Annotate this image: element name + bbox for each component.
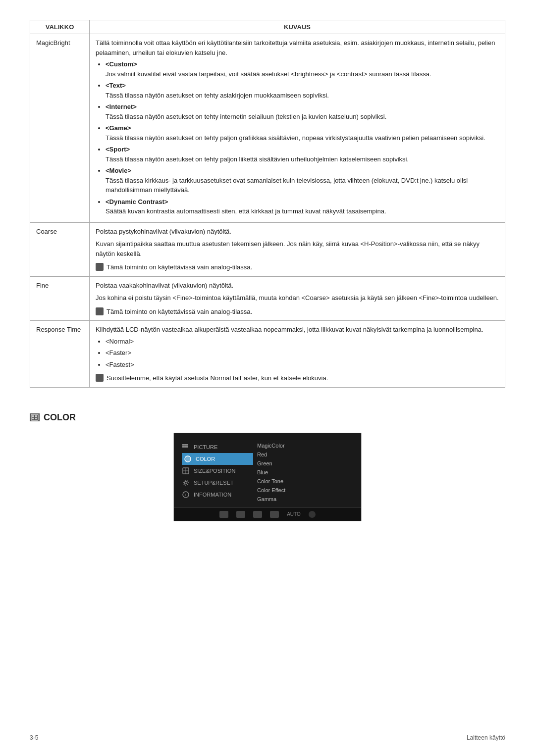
menu-right-item: Green — [257, 459, 353, 468]
menu-right-item: MagicColor — [257, 441, 353, 450]
list-item: <Faster> — [106, 348, 499, 358]
bottom-auto-text: AUTO — [287, 511, 301, 517]
menu-left-panel: PICTURE COLOR — [174, 441, 253, 504]
menu-sizepos-label: SIZE&POSITION — [194, 468, 235, 474]
svg-rect-10 — [186, 446, 188, 448]
color-menu-icon — [184, 455, 192, 463]
bottom-btn-2 — [236, 511, 245, 518]
list-item: <Fastest> — [106, 360, 499, 370]
svg-rect-3 — [32, 418, 34, 419]
menu-right-panel: MagicColorRedGreenBlueColor ToneColor Ef… — [253, 441, 361, 504]
menu-right-item: Color Tone — [257, 477, 353, 486]
menu-bottom-bar: AUTO — [174, 507, 361, 521]
table-row-fine: FinePoistaa vaakakohinaviivat (viivakuvi… — [30, 276, 505, 321]
list-item: <Normal> — [106, 337, 499, 347]
menu-right-item: Gamma — [257, 495, 353, 504]
list-item: <Internet>Tässä tilassa näytön asetukset… — [106, 102, 499, 121]
bottom-btn-4 — [270, 511, 279, 518]
cell-desc-magicbright: Tällä toiminnolla voit ottaa käyttöön er… — [90, 34, 505, 223]
header-valikko: VALIKKO — [30, 20, 90, 34]
svg-rect-9 — [184, 446, 186, 448]
cell-label-fine: Fine — [30, 276, 90, 321]
cell-label-response-time: Response Time — [30, 321, 90, 388]
menu-color-label: COLOR — [196, 456, 215, 462]
list-item: <Text>Tässä tilassa näytön asetukset on … — [106, 81, 499, 100]
setup-icon — [182, 479, 190, 487]
list-item: <Custom>Jos valmiit kuvatilat eivät vast… — [106, 59, 499, 79]
note-coarse: Tämä toiminto on käytettävissä vain anal… — [96, 262, 499, 272]
bottom-btn-5 — [309, 511, 316, 518]
note-icon — [96, 307, 104, 315]
svg-point-15 — [185, 481, 187, 484]
svg-rect-2 — [35, 415, 37, 417]
list-item: <Movie>Tässä tilassa kirkkaus- ja tarkku… — [106, 166, 499, 195]
cell-desc-coarse: Poistaa pystykohinaviivat (viivakuvion) … — [90, 222, 505, 276]
menu-screenshot: PICTURE COLOR — [173, 433, 362, 521]
menu-item-picture: PICTURE — [182, 441, 253, 453]
svg-text:i: i — [185, 493, 186, 497]
menu-right-item: Color Effect — [257, 486, 353, 495]
menu-setup-label: SETUP&RESET — [194, 480, 234, 486]
menu-info-label: INFORMATION — [194, 492, 231, 498]
bottom-btn-3 — [253, 511, 262, 518]
cell-desc-fine: Poistaa vaakakohinaviivat (viivakuvion) … — [90, 276, 505, 321]
list-item: <Game>Tässä tilassa näytön asetukset on … — [106, 123, 499, 143]
footer-page-number: 3-5 — [30, 734, 38, 741]
picture-icon — [182, 443, 190, 451]
table-row-magicbright: MagicBrightTällä toiminnolla voit ottaa … — [30, 34, 505, 223]
svg-rect-4 — [35, 418, 37, 419]
cell-label-coarse: Coarse — [30, 222, 90, 276]
header-kuvaus: KUVAUS — [90, 20, 505, 34]
note-icon — [96, 374, 104, 382]
footer-right-text: Laitteen käyttö — [467, 734, 505, 741]
menu-right-item: Red — [257, 450, 353, 459]
menu-item-information: i INFORMATION — [182, 489, 253, 501]
color-section-header: COLOR — [30, 412, 505, 423]
cell-label-magicbright: MagicBright — [30, 34, 90, 223]
information-icon: i — [182, 491, 190, 499]
table-row-response-time: Response TimeKiihdyttää LCD-näytön vaste… — [30, 321, 505, 388]
svg-rect-8 — [182, 446, 184, 448]
main-content-table: VALIKKO KUVAUS MagicBrightTällä toiminno… — [30, 20, 505, 388]
menu-item-color: COLOR — [182, 453, 253, 465]
note-response-time: Suosittelemme, että käytät asetusta Norm… — [96, 373, 499, 383]
menu-right-item: Blue — [257, 468, 353, 477]
table-row-coarse: CoarsePoistaa pystykohinaviivat (viivaku… — [30, 222, 505, 276]
size-position-icon — [182, 467, 190, 475]
page-footer: 3-5 Laitteen käyttö — [30, 734, 505, 741]
list-item: <Sport>Tässä tilassa näytön asetukset on… — [106, 145, 499, 164]
note-icon — [96, 263, 104, 271]
list-item: <Dynamic Contrast>Säätää kuvan kontrasti… — [106, 197, 499, 216]
color-section-icon — [30, 413, 40, 421]
svg-rect-1 — [32, 415, 34, 417]
color-section-title: COLOR — [44, 412, 76, 423]
menu-picture-label: PICTURE — [194, 444, 217, 450]
color-section: COLOR PICTUR — [30, 412, 505, 521]
cell-desc-response-time: Kiihdyttää LCD-näytön vasteaikaa alkuper… — [90, 321, 505, 388]
bottom-btn-1 — [219, 511, 228, 518]
menu-item-setup: SETUP&RESET — [182, 477, 253, 489]
note-fine: Tämä toiminto on käytettävissä vain anal… — [96, 307, 499, 317]
svg-rect-7 — [186, 444, 188, 446]
svg-rect-5 — [182, 444, 184, 446]
menu-item-size-position: SIZE&POSITION — [182, 465, 253, 477]
svg-rect-6 — [184, 444, 186, 446]
